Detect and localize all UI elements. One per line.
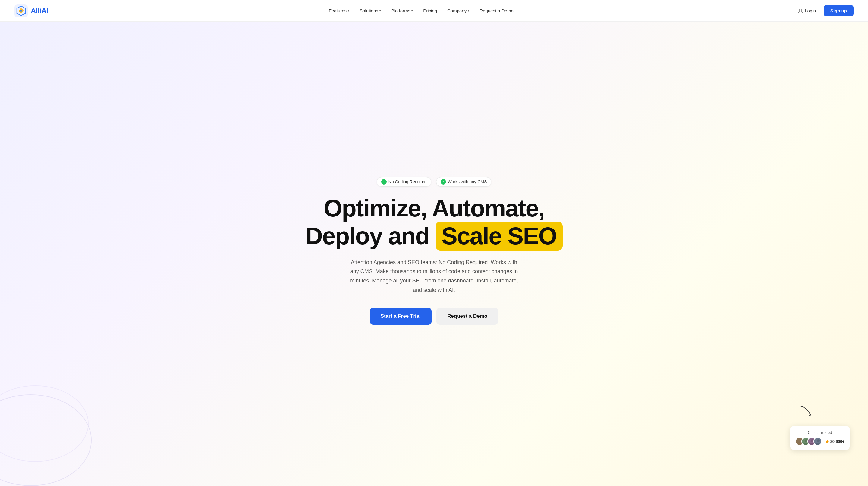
nav-item-platforms: Platforms ▾ — [387, 6, 417, 16]
rating-count: 20,600+ — [830, 439, 844, 444]
nav-link-solutions[interactable]: Solutions ▾ — [355, 6, 385, 16]
svg-point-11 — [817, 439, 820, 442]
nav-actions: Login Sign up — [794, 5, 854, 16]
signup-button[interactable]: Sign up — [824, 5, 854, 16]
hero-section: ✓ No Coding Required ✓ Works with any CM… — [0, 22, 868, 486]
client-trusted-row: ★ 20,600+ — [795, 437, 844, 446]
nav-link-request-demo[interactable]: Request a Demo — [475, 6, 518, 16]
nav-item-pricing: Pricing — [419, 6, 441, 16]
highlight-text: Scale SEO — [435, 221, 563, 250]
nav-link-platforms[interactable]: Platforms ▾ — [387, 6, 417, 16]
nav-link-company[interactable]: Company ▾ — [443, 6, 473, 16]
avatar-group — [795, 437, 822, 446]
request-demo-button[interactable]: Request a Demo — [436, 308, 498, 325]
login-button[interactable]: Login — [794, 6, 820, 16]
chevron-down-icon: ▾ — [348, 9, 349, 12]
badge-no-coding: ✓ No Coding Required — [377, 177, 431, 187]
chevron-down-icon: ▾ — [411, 9, 413, 12]
start-free-trial-button[interactable]: Start a Free Trial — [370, 308, 432, 325]
logo-icon — [14, 4, 28, 18]
nav-link-pricing[interactable]: Pricing — [419, 6, 441, 16]
nav-item-features: Features ▾ — [324, 6, 353, 16]
svg-point-4 — [800, 9, 801, 11]
svg-point-3 — [20, 10, 22, 12]
client-trusted-label: Client Trusted — [795, 430, 844, 435]
chevron-down-icon: ▾ — [468, 9, 469, 12]
nav-item-company: Company ▾ — [443, 6, 473, 16]
hero-title: Optimize, Automate, Deploy and Scale SEO — [305, 195, 563, 250]
rating: ★ 20,600+ — [825, 439, 844, 445]
badge-any-cms: ✓ Works with any CMS — [436, 177, 492, 187]
hero-buttons: Start a Free Trial Request a Demo — [370, 308, 498, 325]
hero-badges: ✓ No Coding Required ✓ Works with any CM… — [377, 177, 492, 187]
nav-link-features[interactable]: Features ▾ — [324, 6, 353, 16]
check-icon: ✓ — [381, 179, 387, 184]
star-icon: ★ — [825, 439, 829, 445]
logo[interactable]: AlliAI — [14, 4, 48, 18]
nav-links: Features ▾ Solutions ▾ Platforms ▾ Prici… — [324, 6, 518, 16]
avatar — [813, 437, 822, 446]
check-icon: ✓ — [441, 179, 446, 184]
navbar: AlliAI Features ▾ Solutions ▾ Platforms … — [0, 0, 868, 22]
chevron-down-icon: ▾ — [379, 9, 381, 12]
nav-item-solutions: Solutions ▾ — [355, 6, 385, 16]
arrow-decoration — [796, 404, 814, 420]
hero-description: Attention Agencies and SEO teams: No Cod… — [347, 258, 521, 295]
logo-text: AlliAI — [31, 7, 48, 15]
nav-item-request-demo: Request a Demo — [475, 6, 518, 16]
user-icon — [798, 8, 803, 13]
client-trusted-widget: Client Trusted ★ 20,600+ — [790, 426, 850, 450]
svg-point-12 — [816, 443, 821, 446]
